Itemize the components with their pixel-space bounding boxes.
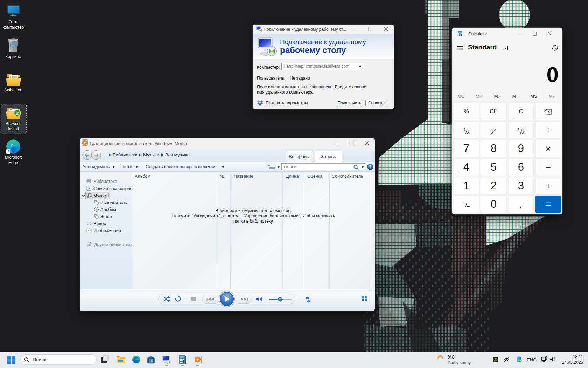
svg-text:?: ? bbox=[369, 165, 371, 169]
